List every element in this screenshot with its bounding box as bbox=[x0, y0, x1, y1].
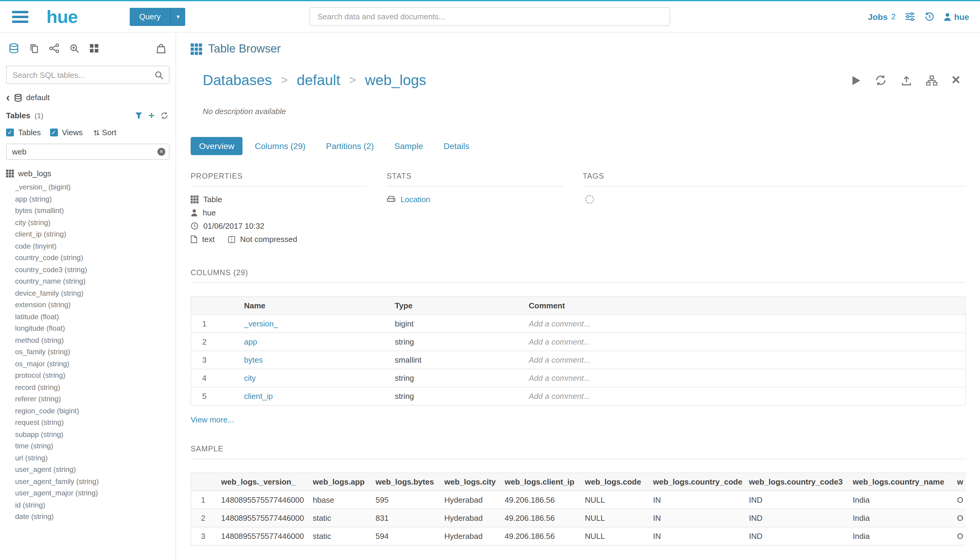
column-item[interactable]: device_family (string) bbox=[15, 288, 171, 299]
breadcrumb-default[interactable]: default bbox=[297, 72, 340, 89]
column-item[interactable]: time (string) bbox=[15, 440, 171, 452]
table-item-web-logs[interactable]: web_logs bbox=[0, 160, 176, 180]
sample-cell: 1480895575577446000 bbox=[215, 491, 307, 509]
column-item[interactable]: client_ip (string) bbox=[15, 229, 171, 240]
column-item[interactable]: user_agent_family (string) bbox=[15, 476, 171, 488]
column-item[interactable]: country_code (string) bbox=[15, 252, 171, 264]
compression-icon bbox=[228, 236, 235, 243]
close-icon[interactable]: ✕ bbox=[951, 75, 961, 86]
add-icon[interactable]: + bbox=[148, 112, 155, 120]
sample-cell: 1480895575577446000 bbox=[215, 509, 307, 527]
column-item[interactable]: app (string) bbox=[15, 193, 171, 205]
column-item[interactable]: latitude (float) bbox=[15, 311, 171, 323]
tab-columns[interactable]: Columns (29) bbox=[246, 137, 314, 155]
column-item[interactable]: country_code3 (string) bbox=[15, 264, 171, 276]
column-item[interactable]: record (string) bbox=[15, 382, 171, 393]
column-item[interactable]: date (string) bbox=[15, 511, 171, 523]
views-checkbox-label[interactable]: Views bbox=[62, 128, 83, 137]
user-icon bbox=[943, 12, 951, 21]
column-item[interactable]: user_agent (string) bbox=[15, 464, 171, 476]
column-item[interactable]: longitude (float) bbox=[15, 323, 171, 335]
column-list: _version_ (bigint) app (string) bytes (s… bbox=[0, 180, 176, 523]
views-checkbox[interactable]: ✓ bbox=[50, 128, 58, 137]
tables-header: Tables bbox=[6, 111, 30, 120]
column-comment[interactable]: Add a comment... bbox=[523, 333, 965, 351]
column-item[interactable]: method (string) bbox=[15, 335, 171, 347]
column-item[interactable]: id (string) bbox=[15, 499, 171, 511]
column-item[interactable]: bytes (smallint) bbox=[15, 205, 171, 217]
search-icon[interactable] bbox=[148, 67, 169, 83]
sort-control[interactable]: Sort bbox=[93, 128, 116, 137]
column-item[interactable]: country_name (string) bbox=[15, 276, 171, 288]
sql-assist-icon[interactable] bbox=[8, 43, 19, 54]
tab-sample[interactable]: Sample bbox=[386, 137, 432, 155]
table-filter-input[interactable] bbox=[6, 143, 170, 160]
search-zoom-icon[interactable] bbox=[69, 43, 80, 53]
query-button-label[interactable]: Query bbox=[130, 8, 170, 26]
sidebar-search-input[interactable] bbox=[7, 70, 148, 79]
filter-icon[interactable] bbox=[135, 112, 142, 119]
database-item[interactable]: default bbox=[14, 93, 50, 102]
column-comment[interactable]: Add a comment... bbox=[523, 351, 965, 369]
global-search-input[interactable] bbox=[310, 7, 671, 26]
column-item[interactable]: extension (string) bbox=[15, 299, 171, 311]
apps-grid-icon[interactable] bbox=[89, 43, 99, 53]
sliders-icon[interactable] bbox=[905, 12, 915, 21]
history-icon[interactable] bbox=[924, 12, 934, 22]
tags-panel: TAGS bbox=[583, 172, 965, 248]
column-name-link[interactable]: app bbox=[244, 337, 257, 347]
clear-filter-icon[interactable]: ✕ bbox=[158, 148, 165, 156]
hamburger-menu-icon[interactable] bbox=[12, 10, 28, 23]
sitemap-icon[interactable] bbox=[926, 75, 937, 85]
refresh-icon[interactable] bbox=[160, 112, 168, 120]
tab-partitions[interactable]: Partitions (2) bbox=[318, 137, 383, 155]
column-name-link[interactable]: client_ip bbox=[244, 392, 273, 401]
tables-checkbox[interactable]: ✓ bbox=[6, 128, 14, 137]
query-button[interactable]: Query ▾ bbox=[130, 8, 185, 26]
sample-header: web_logs.country_code bbox=[647, 473, 743, 491]
column-comment[interactable]: Add a comment... bbox=[523, 369, 965, 387]
column-name-link[interactable]: _version_ bbox=[244, 319, 278, 328]
breadcrumb-databases[interactable]: Databases bbox=[203, 72, 272, 89]
back-chevron-icon[interactable]: ‹ bbox=[6, 93, 10, 102]
tables-checkbox-label[interactable]: Tables bbox=[18, 128, 41, 137]
column-item[interactable]: user_agent_major (string) bbox=[15, 488, 171, 499]
column-item[interactable]: city (string) bbox=[15, 217, 171, 229]
column-item[interactable]: referer (string) bbox=[15, 393, 171, 405]
sample-cell: static bbox=[307, 509, 369, 527]
documents-icon[interactable] bbox=[29, 43, 39, 53]
user-menu[interactable]: hue bbox=[943, 12, 969, 22]
view-more-link[interactable]: View more... bbox=[191, 415, 965, 424]
column-item[interactable]: _version_ (bigint) bbox=[15, 182, 171, 193]
breadcrumb-web-logs[interactable]: web_logs bbox=[365, 72, 426, 89]
column-item[interactable]: os_major (string) bbox=[15, 358, 171, 370]
column-item[interactable]: request (string) bbox=[15, 417, 171, 429]
column-comment[interactable]: Add a comment... bbox=[523, 315, 965, 333]
column-item[interactable]: url (string) bbox=[15, 452, 171, 464]
column-name-link[interactable]: city bbox=[244, 373, 256, 383]
jobs-link[interactable]: Jobs bbox=[868, 12, 887, 22]
location-link[interactable]: Location bbox=[401, 195, 430, 204]
sample-row: 1 1480895575577446000 hbase 595 Hyderaba… bbox=[191, 491, 965, 509]
jobs-count-badge[interactable]: 2 bbox=[891, 12, 895, 21]
table-actions: ✕ bbox=[852, 74, 961, 86]
tab-details[interactable]: Details bbox=[435, 137, 478, 155]
sample-header: web_logs.client_ip bbox=[499, 473, 579, 491]
column-comment[interactable]: Add a comment... bbox=[523, 387, 965, 405]
column-name-link[interactable]: bytes bbox=[244, 355, 263, 365]
column-item[interactable]: region_code (bigint) bbox=[15, 405, 171, 417]
hue-logo[interactable]: hue bbox=[47, 8, 78, 26]
bag-icon[interactable] bbox=[156, 43, 166, 53]
query-play-icon[interactable] bbox=[852, 75, 860, 85]
query-caret-icon[interactable]: ▾ bbox=[170, 8, 185, 26]
column-item[interactable]: protocol (string) bbox=[15, 370, 171, 382]
upload-icon[interactable] bbox=[900, 75, 912, 86]
tables-header-row: Tables (1) + bbox=[0, 102, 176, 120]
refresh-table-icon[interactable] bbox=[874, 74, 887, 86]
sample-cell: NULL bbox=[579, 527, 647, 545]
column-item[interactable]: code (tinyint) bbox=[15, 240, 171, 252]
tab-overview[interactable]: Overview bbox=[191, 137, 243, 155]
share-icon[interactable] bbox=[49, 43, 60, 53]
column-item[interactable]: os_family (string) bbox=[15, 347, 171, 358]
column-item[interactable]: subapp (string) bbox=[15, 429, 171, 440]
